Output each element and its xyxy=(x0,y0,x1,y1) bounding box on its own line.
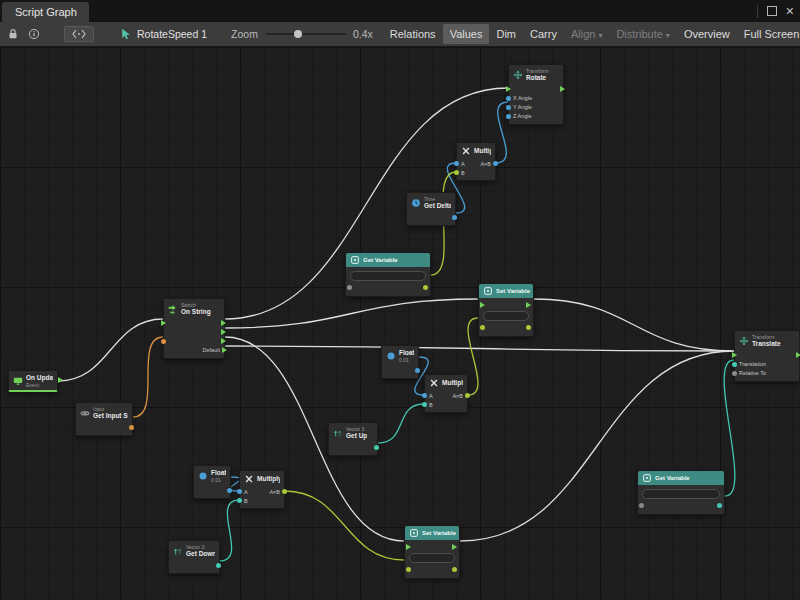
value-port[interactable] xyxy=(732,362,737,367)
value-port[interactable] xyxy=(506,105,511,110)
flow-port[interactable] xyxy=(732,352,737,358)
value-port[interactable] xyxy=(454,170,459,175)
node-switch[interactable]: SwitchOn StringDefault xyxy=(163,298,225,359)
node-get-variable-top[interactable]: Get Variable xyxy=(345,252,431,297)
value-port[interactable] xyxy=(161,339,166,344)
value-port[interactable] xyxy=(493,161,498,166)
value-port[interactable] xyxy=(422,402,427,407)
node-on-update[interactable]: On UpdateEvent xyxy=(8,370,58,392)
variable-name-field[interactable] xyxy=(642,489,720,499)
variable-name-field[interactable] xyxy=(350,271,426,281)
value-port[interactable] xyxy=(506,96,511,101)
value-port[interactable] xyxy=(452,215,457,220)
toolbar-button-full-screen[interactable]: Full Screen xyxy=(737,24,800,44)
value-port[interactable] xyxy=(227,488,232,493)
edge-vector3-get-down-to-multiply-low[interactable] xyxy=(220,500,239,561)
edge-switch-to-translate[interactable] xyxy=(225,346,734,351)
node-header: Vector 3Get Up xyxy=(329,423,377,442)
port-row xyxy=(76,423,132,432)
value-port[interactable] xyxy=(465,393,470,398)
node-vector3-get-up[interactable]: Vector 3Get Up xyxy=(328,422,378,456)
toolbar-button-overview[interactable]: Overview xyxy=(677,24,737,44)
flow-port[interactable] xyxy=(506,86,511,92)
edge-vector3-get-up-to-multiply-mid[interactable] xyxy=(378,404,424,443)
value-port[interactable] xyxy=(717,503,722,508)
value-port[interactable] xyxy=(374,445,379,450)
toolbar-button-align[interactable]: Align▾ xyxy=(564,24,609,44)
variable-name-field[interactable] xyxy=(409,553,455,563)
node-rotate[interactable]: TransformRotateX AngleY AngleZ Angle xyxy=(508,64,564,125)
value-port[interactable] xyxy=(480,325,485,330)
flow-port[interactable] xyxy=(480,302,485,308)
node-get-variable-right[interactable]: Get Variable xyxy=(637,470,725,515)
graph-reference[interactable]: RotateSpeed 1 xyxy=(120,28,207,40)
flow-port[interactable] xyxy=(221,329,226,335)
toolbar-button-carry[interactable]: Carry xyxy=(523,24,564,44)
node-title: Get Delta Time xyxy=(424,202,451,210)
node-body xyxy=(479,298,533,336)
value-port[interactable] xyxy=(422,393,427,398)
edge-get-input-string-to-switch[interactable] xyxy=(133,337,163,417)
edge-set-variable-mid-to-translate[interactable] xyxy=(534,299,734,351)
flow-port[interactable] xyxy=(58,377,63,383)
tab-title: Script Graph xyxy=(15,6,77,18)
zoom-slider[interactable] xyxy=(266,28,346,40)
node-float-mid[interactable]: Float0.01 xyxy=(381,345,419,379)
port-group: A×B xyxy=(269,489,281,495)
toolbar-button-relations[interactable]: Relations xyxy=(383,24,443,44)
value-port[interactable] xyxy=(282,489,287,494)
node-translate[interactable]: TransformTranslateTranslationRelative To xyxy=(734,330,800,382)
close-icon[interactable]: × xyxy=(786,4,794,18)
edge-switch-to-set-variable-mid[interactable] xyxy=(225,299,478,328)
edge-multiply-low-to-set-variable-bottom[interactable] xyxy=(285,491,404,560)
node-get-delta-time[interactable]: TimeGet Delta Time xyxy=(406,192,456,226)
node-get-input-string[interactable]: InputGet Input Strin... xyxy=(75,402,133,436)
value-port[interactable] xyxy=(406,567,411,572)
node-multiply-top[interactable]: MultiplyAA×BB xyxy=(456,142,496,181)
flow-port[interactable] xyxy=(161,320,166,326)
node-body: X AngleY AngleZ Angle xyxy=(509,84,563,124)
value-port[interactable] xyxy=(526,325,531,330)
node-multiply-mid[interactable]: MultiplyAA×BB xyxy=(424,374,468,413)
value-port[interactable] xyxy=(216,563,221,568)
value-port[interactable] xyxy=(452,567,457,572)
value-port[interactable] xyxy=(129,425,134,430)
info-icon[interactable] xyxy=(28,28,40,40)
node-float-low[interactable]: Float0.01 xyxy=(193,465,231,499)
toolbar-button-distribute[interactable]: Distribute▾ xyxy=(609,24,676,44)
value-port[interactable] xyxy=(423,285,428,290)
value-port[interactable] xyxy=(454,161,459,166)
flow-port[interactable] xyxy=(222,347,227,353)
value-port[interactable] xyxy=(237,498,242,503)
toolbar-button-dim[interactable]: Dim xyxy=(489,24,523,44)
edge-multiply-mid-to-set-variable-mid[interactable] xyxy=(468,318,478,395)
code-preview-button[interactable] xyxy=(64,26,94,42)
flow-port[interactable] xyxy=(221,320,226,326)
node-vector3-get-down[interactable]: Vector 3Get Down xyxy=(168,540,220,574)
value-port[interactable] xyxy=(639,503,644,508)
flow-port[interactable] xyxy=(452,544,457,550)
value-port[interactable] xyxy=(347,285,352,290)
flow-port[interactable] xyxy=(406,544,411,550)
port-row xyxy=(194,486,230,495)
edge-multiply-top-to-rotate[interactable] xyxy=(496,102,508,163)
node-multiply-low[interactable]: MultiplyAA×BB xyxy=(239,470,285,509)
toolbar-button-values[interactable]: Values xyxy=(443,24,490,44)
maximize-icon[interactable] xyxy=(767,6,777,16)
variable-name-field[interactable] xyxy=(483,311,529,321)
zoom-slider-thumb[interactable] xyxy=(294,30,302,38)
flow-port[interactable] xyxy=(526,302,531,308)
value-port[interactable] xyxy=(237,489,242,494)
edge-on-update-to-switch[interactable] xyxy=(58,319,163,381)
value-port[interactable] xyxy=(506,114,511,119)
flow-port[interactable] xyxy=(560,86,565,92)
value-port[interactable] xyxy=(415,368,420,373)
node-set-variable-mid[interactable]: Set Variable xyxy=(478,283,534,337)
flow-port[interactable] xyxy=(796,352,800,358)
graph-canvas[interactable]: On UpdateEventInputGet Input Strin...Swi… xyxy=(0,47,800,600)
value-port[interactable] xyxy=(732,371,737,376)
tab-script-graph[interactable]: Script Graph xyxy=(2,2,89,22)
flow-port[interactable] xyxy=(221,338,226,344)
lock-icon[interactable] xyxy=(7,28,19,40)
node-set-variable-bottom[interactable]: Set Variable xyxy=(404,525,460,579)
